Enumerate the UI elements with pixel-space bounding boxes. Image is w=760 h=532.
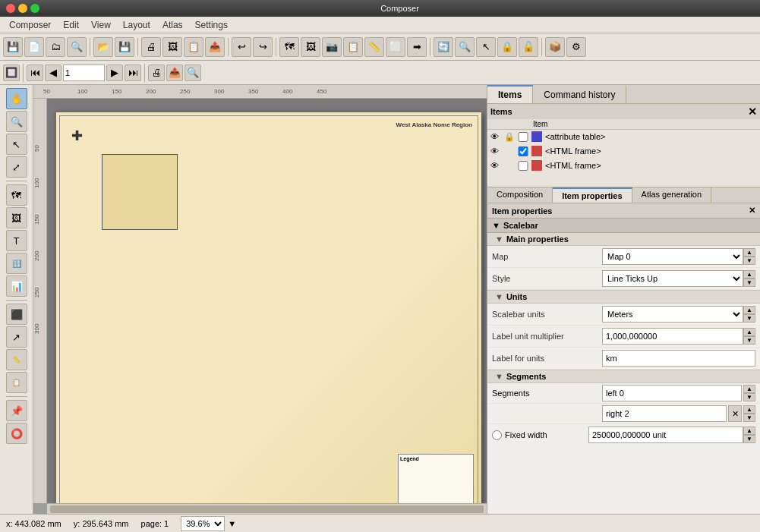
- add-image-button[interactable]: 🖼: [301, 37, 320, 57]
- map-viewport[interactable]: West Alaska Nome Region ✚ Legend: [47, 99, 487, 503]
- units-spin-up[interactable]: ▲: [743, 306, 755, 314]
- window-controls[interactable]: [6, 4, 39, 13]
- style-select[interactable]: Line Ticks Up: [602, 270, 743, 287]
- item-checkbox[interactable]: [518, 132, 528, 142]
- export-svg-button[interactable]: 📤: [205, 37, 225, 57]
- seg-left-down[interactable]: ▼: [743, 393, 755, 401]
- last-page-button[interactable]: ⏭: [125, 65, 141, 81]
- print-button[interactable]: 🖨: [141, 37, 161, 57]
- seg-left-up[interactable]: ▲: [743, 385, 755, 393]
- add-label-tool[interactable]: T: [6, 230, 27, 251]
- menu-edit[interactable]: Edit: [57, 18, 85, 32]
- unlock-button[interactable]: 🔓: [519, 37, 538, 57]
- export-pdf-button[interactable]: 📋: [184, 37, 203, 57]
- map-select[interactable]: Map 0: [602, 248, 743, 265]
- fw-spin-up[interactable]: ▲: [743, 427, 755, 435]
- menu-settings[interactable]: Settings: [189, 18, 234, 32]
- segments-group-header[interactable]: ▼ Segments: [487, 370, 760, 383]
- atlas-mode-button[interactable]: 🔲: [3, 65, 20, 81]
- section-collapse-icon[interactable]: ▼: [492, 221, 500, 230]
- add-table-tool[interactable]: 🔢: [6, 253, 27, 274]
- menu-composer[interactable]: Composer: [3, 18, 57, 32]
- atlas-button[interactable]: 📦: [545, 37, 565, 57]
- undo-button[interactable]: ↩: [232, 37, 251, 57]
- fw-spin-down[interactable]: ▼: [743, 435, 755, 443]
- menu-atlas[interactable]: Atlas: [156, 18, 189, 32]
- minimize-button[interactable]: [18, 4, 27, 13]
- pin-tool[interactable]: 📌: [6, 400, 27, 421]
- new-button[interactable]: 📄: [24, 37, 44, 57]
- zoom-tool[interactable]: 🔍: [6, 111, 27, 132]
- add-label-button[interactable]: 📷: [322, 37, 342, 57]
- maximize-button[interactable]: [30, 4, 39, 13]
- style-spin-up[interactable]: ▲: [743, 270, 755, 279]
- find-button[interactable]: 🔍: [184, 65, 201, 81]
- add-map-tool[interactable]: 🗺: [6, 184, 27, 206]
- list-item[interactable]: 👁 <HTML frame>: [487, 144, 760, 159]
- list-item[interactable]: 👁 🔒 <attribute table>: [487, 130, 760, 144]
- sub-tab-composition[interactable]: Composition: [487, 187, 553, 203]
- zoom-dropdown-icon[interactable]: ▼: [228, 519, 236, 528]
- main-properties-group-header[interactable]: ▼ Main properties: [487, 233, 760, 246]
- add-new-map-button[interactable]: 🗺: [279, 37, 299, 57]
- item-properties-close[interactable]: ✕: [749, 206, 755, 216]
- add-shape-tool[interactable]: ⬛: [6, 304, 27, 325]
- export-atlas-button[interactable]: 📤: [166, 65, 183, 81]
- print-atlas-button[interactable]: 🖨: [148, 65, 165, 81]
- menu-layout[interactable]: Layout: [117, 18, 156, 32]
- scalebar-units-select[interactable]: Meters: [602, 306, 743, 323]
- add-legend-tool[interactable]: 📋: [6, 372, 27, 393]
- first-page-button[interactable]: ⏮: [27, 65, 43, 81]
- fixed-width-input[interactable]: [588, 427, 743, 443]
- page-input[interactable]: [63, 65, 105, 81]
- pan-tool[interactable]: ✋: [6, 88, 27, 109]
- label-units-input[interactable]: [602, 350, 755, 367]
- zoom-fit-button[interactable]: 🔍: [67, 37, 87, 57]
- items-panel-close[interactable]: ✕: [748, 105, 757, 118]
- open-button[interactable]: 🗂: [46, 37, 65, 57]
- units-group-header[interactable]: ▼ Units: [487, 290, 760, 304]
- add-arrow-tool[interactable]: ↗: [6, 326, 27, 348]
- menu-view[interactable]: View: [85, 18, 117, 32]
- save-button[interactable]: 💾: [3, 37, 23, 57]
- item-checkbox[interactable]: [518, 146, 528, 156]
- segments-left-input[interactable]: [602, 385, 742, 401]
- item-checkbox[interactable]: [518, 161, 528, 171]
- map-spin-down[interactable]: ▼: [743, 257, 755, 265]
- node-tool[interactable]: ⭕: [6, 423, 27, 444]
- zoom-in-button[interactable]: 🔍: [455, 37, 475, 57]
- save-file-button[interactable]: 💾: [115, 37, 134, 57]
- sub-tab-item-properties[interactable]: Item properties: [553, 187, 632, 203]
- eye-toggle[interactable]: 👁: [490, 161, 504, 170]
- map-spin-up[interactable]: ▲: [743, 248, 755, 257]
- add-legend-button[interactable]: 📋: [343, 37, 363, 57]
- canvas-area[interactable]: 50100150200250300350400450 50 100 150 20…: [33, 85, 487, 514]
- open-file-button[interactable]: 📂: [93, 37, 113, 57]
- add-chart-tool[interactable]: 📊: [6, 275, 27, 297]
- tab-command-history[interactable]: Command history: [533, 85, 626, 103]
- style-spin-down[interactable]: ▼: [743, 279, 755, 287]
- add-image-tool[interactable]: 🖼: [6, 207, 27, 228]
- list-item[interactable]: 👁 <HTML frame>: [487, 159, 760, 173]
- sub-tab-atlas[interactable]: Atlas generation: [632, 187, 712, 203]
- eye-toggle[interactable]: 👁: [490, 132, 504, 141]
- export-img-button[interactable]: 🖼: [162, 37, 182, 57]
- segments-right-clear[interactable]: ✕: [728, 405, 742, 422]
- add-arrow-button[interactable]: ➡: [407, 37, 427, 57]
- select-tool[interactable]: ↖: [6, 134, 27, 155]
- add-scalebar-button[interactable]: 📏: [364, 37, 384, 57]
- add-basic-shape-button[interactable]: ⬜: [386, 37, 405, 57]
- mult-spin-down[interactable]: ▼: [743, 336, 755, 345]
- select-button[interactable]: ↖: [476, 37, 496, 57]
- seg-right-up[interactable]: ▲: [743, 405, 755, 414]
- units-spin-down[interactable]: ▼: [743, 314, 755, 323]
- add-scalebar-tool[interactable]: 📏: [6, 349, 27, 370]
- zoom-select[interactable]: 39.6% 50% 100%: [181, 516, 225, 531]
- prev-page-button[interactable]: ◀: [45, 65, 61, 81]
- label-multiplier-input[interactable]: [602, 328, 743, 345]
- move-item-tool[interactable]: ⤢: [6, 156, 27, 178]
- eye-toggle[interactable]: 👁: [490, 146, 504, 156]
- segments-right-input[interactable]: [602, 405, 727, 422]
- lock-button[interactable]: 🔒: [497, 37, 517, 57]
- seg-right-down[interactable]: ▼: [743, 414, 755, 422]
